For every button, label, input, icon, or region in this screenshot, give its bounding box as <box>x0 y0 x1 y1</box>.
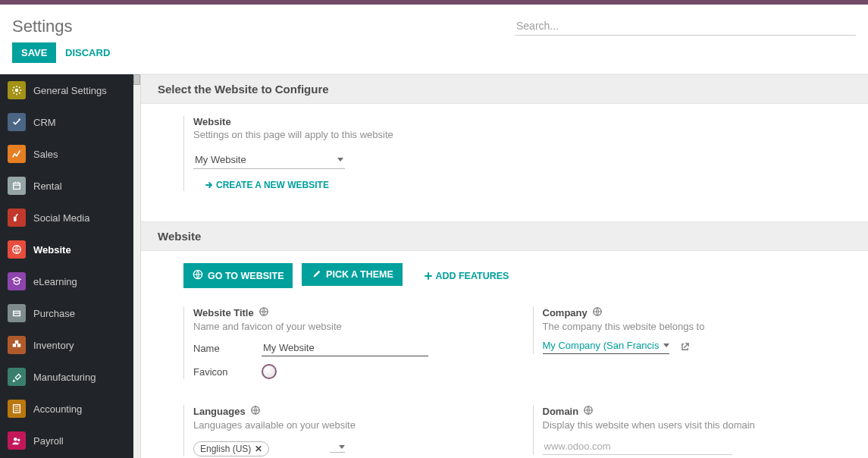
website-selector-desc: Settings on this page will apply to this… <box>193 129 851 140</box>
sidebar-item-inventory[interactable]: Inventory <box>0 329 133 361</box>
discard-button[interactable]: DISCARD <box>65 47 110 58</box>
sidebar-item-website[interactable]: Website <box>0 234 133 265</box>
company-select-value: My Company (San Francis <box>543 340 660 351</box>
language-tag-label: English (US) <box>200 444 251 454</box>
domain-block: Domain Display this website when users v… <box>533 405 852 455</box>
add-features-link[interactable]: ADD FEATURES <box>425 271 509 281</box>
chevron-down-icon <box>339 445 345 449</box>
website-title-desc: Name and favicon of your website <box>193 321 503 332</box>
go-to-website-label: GO TO WEBSITE <box>208 271 284 281</box>
language-tag[interactable]: English (US) ✕ <box>193 441 269 456</box>
sidebar-item-label: Accounting <box>33 403 82 415</box>
payroll-icon <box>8 431 26 450</box>
company-desc: The company this website belongs to <box>543 321 852 332</box>
svg-point-9 <box>17 438 20 441</box>
website-select-value: My Website <box>195 154 246 165</box>
name-label: Name <box>193 343 262 354</box>
sidebar-item-label: Social Media <box>33 212 89 224</box>
sidebar-item-accounting[interactable]: Accounting <box>0 393 133 425</box>
sidebar-item-payroll[interactable]: Payroll <box>0 425 133 456</box>
sidebar-item-label: CRM <box>33 117 56 128</box>
company-title-label: Company <box>543 307 588 318</box>
sidebar-item-crm[interactable]: CRM <box>0 106 133 138</box>
settings-content: Select the Website to Configure Website … <box>141 74 868 458</box>
general-settings-icon <box>8 81 26 99</box>
favicon-label: Favicon <box>193 366 262 378</box>
website-selector-title: Website <box>193 116 851 127</box>
search-input[interactable] <box>515 17 856 36</box>
sidebar-item-label: Sales <box>33 149 58 160</box>
sidebar-item-social-media[interactable]: Social Media <box>0 202 133 234</box>
elearning-icon <box>8 272 26 290</box>
inventory-icon <box>8 336 26 354</box>
svg-rect-5 <box>17 344 20 347</box>
globe-icon <box>583 405 594 418</box>
sidebar-item-rental[interactable]: Rental <box>0 170 133 202</box>
website-title-block: Website Title Name and favicon of your w… <box>183 306 503 379</box>
globe-icon <box>250 405 261 418</box>
search-container <box>515 17 856 36</box>
go-to-website-button[interactable]: GO TO WEBSITE <box>183 263 293 288</box>
section-select-website-header: Select the Website to Configure <box>141 74 868 104</box>
social-media-icon <box>8 209 26 227</box>
sidebar-item-label: Rental <box>33 180 62 192</box>
svg-rect-4 <box>13 344 16 347</box>
languages-desc: Languages available on your website <box>193 419 503 431</box>
sidebar-item-manufacturing[interactable]: Manufacturing <box>0 361 133 393</box>
accounting-icon <box>8 400 26 418</box>
pick-theme-label: PICK A THEME <box>326 269 393 280</box>
sidebar-item-label: Inventory <box>33 340 74 351</box>
external-link-icon[interactable] <box>680 342 690 352</box>
domain-input[interactable] <box>543 438 732 455</box>
website-selector-block: Website Settings on this page will apply… <box>183 116 851 191</box>
website-icon <box>8 240 26 259</box>
arrow-right-icon <box>205 181 213 189</box>
languages-title-label: Languages <box>193 406 246 417</box>
domain-title-label: Domain <box>543 406 579 417</box>
domain-desc: Display this website when users visit th… <box>543 419 852 431</box>
page-title: Settings <box>12 17 73 36</box>
svg-point-8 <box>14 438 17 441</box>
chevron-down-icon <box>663 344 669 347</box>
brush-icon <box>311 269 321 280</box>
sidebar-item-sales[interactable]: Sales <box>0 138 133 170</box>
manufacturing-icon <box>8 368 26 386</box>
website-title-label: Website Title <box>193 307 254 318</box>
settings-sidebar: General SettingsCRMSalesRentalSocial Med… <box>0 74 133 458</box>
sidebar-item-label: Website <box>33 244 71 256</box>
plus-icon <box>425 272 432 280</box>
create-website-link[interactable]: CREATE A NEW WEBSITE <box>205 180 329 190</box>
sidebar-item-elearning[interactable]: eLearning <box>0 265 133 297</box>
add-features-label: ADD FEATURES <box>435 271 509 281</box>
action-bar: SAVE DISCARD <box>0 39 868 74</box>
sidebar-item-label: eLearning <box>33 276 77 287</box>
sidebar-scrollbar[interactable] <box>133 74 141 458</box>
create-website-label: CREATE A NEW WEBSITE <box>216 180 329 190</box>
company-block: Company The company this website belongs… <box>533 306 852 354</box>
sidebar-item-general-settings[interactable]: General Settings <box>0 74 133 106</box>
globe-icon <box>259 306 269 319</box>
chevron-down-icon <box>337 158 343 162</box>
language-dropdown[interactable] <box>330 445 345 453</box>
sidebar-item-label: General Settings <box>33 85 107 96</box>
globe-icon <box>193 269 203 282</box>
sidebar-item-label: Payroll <box>33 435 64 447</box>
purchase-icon <box>8 304 26 322</box>
rental-icon <box>8 177 26 195</box>
website-select[interactable]: My Website <box>193 151 345 169</box>
section-website-header: Website <box>141 221 868 251</box>
favicon-preview[interactable] <box>262 364 277 379</box>
svg-point-0 <box>15 89 18 92</box>
save-button[interactable]: SAVE <box>12 42 56 63</box>
sidebar-item-label: Purchase <box>33 308 75 319</box>
company-select[interactable]: My Company (San Francis <box>543 340 670 354</box>
globe-icon <box>592 306 603 319</box>
crm-icon <box>8 113 26 131</box>
page-header: Settings <box>0 5 868 39</box>
svg-rect-6 <box>15 340 18 344</box>
pick-theme-button[interactable]: PICK A THEME <box>302 263 403 286</box>
website-name-input[interactable] <box>262 340 428 356</box>
sales-icon <box>8 145 26 163</box>
remove-tag-icon[interactable]: ✕ <box>255 444 262 454</box>
sidebar-item-purchase[interactable]: Purchase <box>0 297 133 329</box>
